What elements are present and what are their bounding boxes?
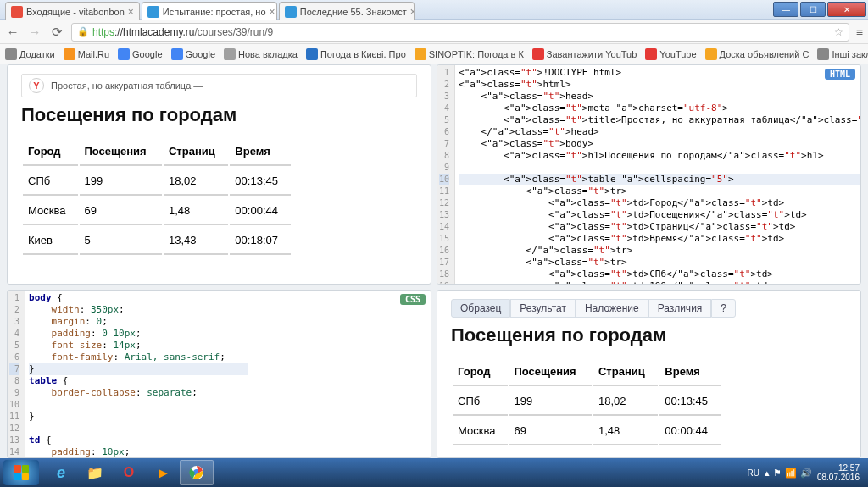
bookmark-star-icon[interactable]: ☆ [834,26,843,38]
bookmark-item[interactable]: Google [118,48,162,60]
bookmark-icon [171,48,183,60]
window-maximize-button[interactable]: ☐ [800,2,826,17]
table-cell: Москва [453,418,508,445]
back-button[interactable]: ← [5,25,20,40]
system-tray: RU ▴ ⚑ 📶 🔊 12:57 08.07.2016 [747,463,865,482]
tab-close-icon[interactable]: × [266,6,275,18]
css-code[interactable]: body { width: 350px; margin: 0; padding:… [25,291,251,457]
bookmark-item[interactable]: Доска объявлений С [705,48,810,60]
bookmark-label: Google [186,49,215,59]
window-minimize-button[interactable]: — [773,2,798,17]
table-header: Страниц [164,138,228,166]
result-tab[interactable]: Наложение [576,299,648,318]
table-cell: СПб [453,388,508,416]
bookmarks-bar: ДодаткиMail.RuGoogleGoogleНова вкладкаПо… [0,44,868,64]
bookmark-item[interactable]: Google [171,48,215,60]
table-cell: 69 [509,418,592,445]
result-tab[interactable]: ? [711,299,736,318]
yandex-search-bar[interactable]: Y Простая, но аккуратная таблица — [21,74,417,97]
browser-tab[interactable]: Последние 55. Знакомст× [279,2,415,20]
result-table: ГородПосещенияСтраницВремяСПб19918,0200:… [451,357,722,458]
tray-network-icon[interactable]: 📶 [785,468,797,479]
table-cell: 18,02 [164,168,228,196]
tray-sound-icon[interactable]: 🔊 [800,468,812,479]
clock-date: 08.07.2016 [817,473,860,482]
bookmark-item[interactable]: Додатки [5,48,55,60]
browser-tab[interactable]: Входящие - vitabonbon× [5,2,140,20]
window-titlebar: Входящие - vitabonbon×Испытание: простая… [0,0,868,20]
bookmark-item[interactable]: Нова вкладка [224,48,298,60]
bookmark-icon [5,48,17,60]
html-code[interactable]: <"a">class="t">!DOCTYPE html><"a">class=… [455,65,861,284]
taskbar-chrome-icon[interactable] [180,460,214,485]
windows-logo-icon [14,465,29,480]
bookmark-item[interactable]: YouTube [645,48,696,60]
bookmark-icon [645,48,657,60]
bookmark-icon [532,48,544,60]
start-button[interactable] [3,460,39,485]
browser-nav-bar: ← → ⟳ 🔒 https://htmlacademy.ru/courses/3… [0,20,868,44]
window-close-button[interactable]: ✕ [827,2,866,17]
taskbar-ie-icon[interactable]: e [44,460,78,485]
url-protocol: https [92,26,114,38]
bookmark-icon [118,48,130,60]
table-header: Время [659,358,721,386]
tab-close-icon[interactable]: × [125,6,134,18]
window-controls: — ☐ ✕ [773,0,868,19]
bookmark-item[interactable]: Погода в Києві. Про [306,48,406,60]
table-cell: 69 [80,197,162,225]
table-cell: 5 [80,227,162,255]
preview-pane: Y Простая, но аккуратная таблица — Посещ… [7,64,431,285]
bookmark-item[interactable]: Інші закладки [817,48,868,60]
result-tab[interactable]: Образец [451,299,510,318]
reload-button[interactable]: ⟳ [49,25,64,40]
chrome-menu-button[interactable]: ≡ [856,25,863,39]
tab-close-icon[interactable]: × [407,6,415,18]
bookmark-label: Mail.Ru [78,49,109,59]
browser-tab[interactable]: Испытание: простая, но× [142,2,277,20]
table-cell: 199 [80,168,162,196]
css-editor-pane[interactable]: 1234567891011121314151617 body { width: … [7,290,431,458]
html-badge: HTML [825,69,855,80]
tray-lang[interactable]: RU [747,468,759,478]
taskbar-clock[interactable]: 12:57 08.07.2016 [817,463,860,482]
result-tabs: ОбразецРезультатНаложениеРазличия? [451,299,847,318]
bookmark-label: Google [132,49,162,59]
table-cell: 00:00:44 [659,418,721,445]
table-cell: 13,43 [164,227,228,255]
tab-favicon-icon [285,6,297,18]
html-editor-pane[interactable]: 1234567891011121314151617181920212223242… [437,64,861,285]
address-bar[interactable]: 🔒 https://htmlacademy.ru/courses/39/run/… [71,23,849,42]
table-header: Посещения [80,138,162,166]
taskbar-explorer-icon[interactable]: 📁 [78,460,112,485]
css-badge: CSS [400,294,426,305]
bookmark-icon [705,48,717,60]
bookmark-item[interactable]: Завантажити YouTub [532,48,637,60]
bookmark-icon [224,48,236,60]
table-cell: 00:18:07 [659,447,721,458]
bookmark-item[interactable]: Mail.Ru [64,48,109,60]
taskbar-opera-icon[interactable]: O [112,460,146,485]
result-heading: Посещения по городам [451,324,847,346]
forward-button[interactable]: → [27,25,42,40]
bookmark-label: YouTube [659,49,696,59]
tray-up-icon[interactable]: ▴ [765,468,770,479]
url-path: /courses/39/run/9 [195,26,274,38]
bookmark-item[interactable]: SINOPTIK: Погода в К [415,48,524,60]
table-header: Город [453,358,508,386]
bookmark-icon [415,48,426,60]
page-content: 1234567891011121314151617181920212223242… [0,64,868,458]
result-tab[interactable]: Результат [510,299,576,318]
bookmark-label: Інші закладки [832,49,868,59]
table-header: Страниц [593,358,658,386]
result-tab[interactable]: Различия [648,299,712,318]
table-cell: 5 [509,447,592,458]
tray-icons[interactable]: ▴ ⚑ 📶 🔊 [765,468,812,479]
result-pane: ОбразецРезультатНаложениеРазличия? Посещ… [437,290,861,458]
table-cell: 1,48 [164,197,228,225]
bookmark-label: Нова вкладка [238,49,298,59]
taskbar-media-icon[interactable]: ▶ [146,460,180,485]
bookmark-icon [306,48,318,60]
tray-flag-icon[interactable]: ⚑ [773,468,782,479]
tab-favicon-icon [147,6,159,18]
